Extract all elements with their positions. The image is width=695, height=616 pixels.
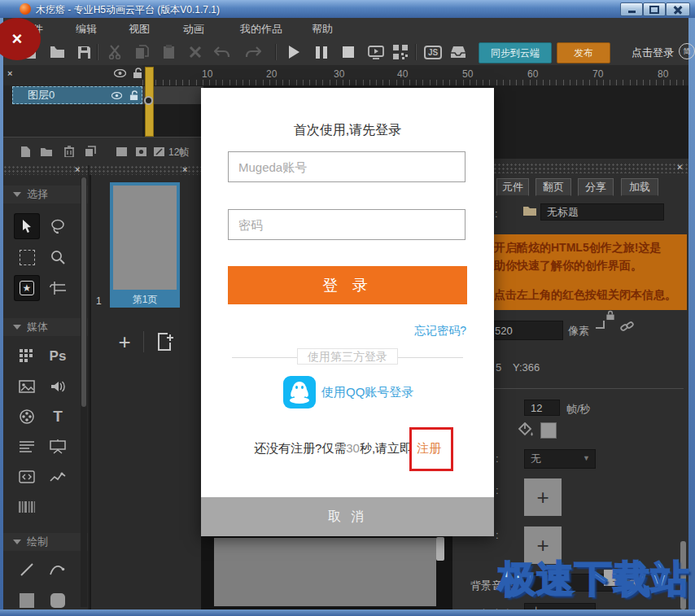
link-dimensions-icon[interactable] [620, 320, 634, 334]
section-media[interactable]: 媒体 [3, 318, 88, 336]
canvas-page[interactable] [214, 538, 436, 606]
section-select[interactable]: 选择 [3, 186, 88, 203]
clear-keyframe-icon[interactable] [151, 144, 166, 159]
tool-zoom[interactable] [46, 245, 70, 269]
canvas-scrollbar-thumb[interactable] [436, 537, 444, 561]
tab-page-flip[interactable]: 翻页 [535, 178, 571, 196]
tool-text[interactable]: T [46, 404, 70, 429]
menu-view[interactable]: 视图 [129, 22, 150, 37]
tool-curve[interactable] [46, 557, 70, 582]
preview-icon[interactable] [368, 44, 384, 60]
timeline-close-icon[interactable]: × [7, 68, 12, 78]
coord-x-fragment: 5 [496, 361, 501, 374]
toolbar-login-link[interactable]: 点击登录 [632, 46, 674, 60]
tab-share[interactable]: 分享 [578, 178, 614, 196]
tool-audio[interactable] [46, 374, 70, 399]
minimize-button[interactable] [620, 2, 643, 16]
tool-paragraph[interactable] [15, 435, 39, 459]
aspect-lock-icon[interactable] [605, 310, 615, 321]
tool-image[interactable] [15, 374, 39, 399]
delete-layer-icon[interactable] [62, 144, 76, 159]
paste-icon[interactable] [160, 44, 177, 60]
tool-rectangle[interactable] [15, 588, 39, 613]
import-page-button[interactable] [151, 328, 179, 356]
page-thumbnail[interactable]: 第1页 [110, 182, 180, 308]
timeline-ruler[interactable]: 10 20 30 40 50 60 70 80 [142, 65, 688, 86]
tool-rounded-rectangle[interactable] [46, 588, 70, 613]
tool-cursor[interactable] [15, 214, 39, 238]
tool-symbol[interactable]: ★ [15, 276, 39, 300]
visibility-all-icon[interactable] [114, 69, 126, 77]
layer-folder-icon[interactable] [39, 144, 54, 159]
tool-chart[interactable] [46, 465, 70, 489]
insert-keyframe-icon[interactable] [133, 144, 148, 159]
add-cover-button[interactable]: + [524, 478, 562, 516]
properties-panel-close-icon[interactable]: × [677, 162, 682, 172]
tab-components[interactable]: 元件 [496, 178, 529, 196]
tool-line[interactable] [15, 557, 39, 582]
icon-size-label: 图标大小: [470, 607, 516, 609]
undo-icon[interactable] [214, 44, 230, 60]
open-folder-icon[interactable] [49, 44, 65, 60]
layer-row[interactable]: 图层0 [12, 86, 142, 104]
language-toggle-icon[interactable]: 简 [679, 43, 695, 59]
tools-scrollbar[interactable] [81, 177, 87, 607]
stop-icon[interactable] [340, 44, 356, 60]
forgot-password-link[interactable]: 忘记密码? [414, 324, 466, 339]
qq-icon[interactable] [283, 376, 316, 408]
fill-bucket-icon[interactable] [518, 422, 534, 438]
pages-panel-close-icon[interactable]: × [182, 164, 187, 174]
sync-cloud-button[interactable]: 同步到云端 [479, 42, 552, 63]
menu-help[interactable]: 帮助 [312, 22, 333, 37]
save-icon[interactable] [76, 44, 92, 60]
tools-panel-close-icon[interactable]: × [75, 164, 80, 174]
layer-lock-icon[interactable] [129, 90, 138, 101]
maximize-button[interactable] [643, 2, 666, 16]
tool-presentation[interactable] [46, 435, 70, 459]
stage-width-input[interactable]: 520 [488, 321, 563, 340]
work-title-input[interactable]: 无标题 [540, 203, 664, 221]
play-icon[interactable] [286, 44, 302, 60]
tool-guides[interactable] [46, 276, 70, 300]
js-code-icon[interactable]: JS [422, 44, 444, 60]
menu-animation[interactable]: 动画 [183, 22, 204, 37]
tab-loading[interactable]: 加载 [621, 178, 658, 196]
tool-code[interactable] [15, 465, 39, 489]
lock-all-icon[interactable] [133, 68, 142, 79]
canvas-area[interactable] [201, 536, 452, 609]
publish-button[interactable]: 发布 [557, 42, 610, 63]
tool-lasso[interactable] [46, 214, 70, 238]
pause-icon[interactable] [313, 44, 330, 60]
tool-video[interactable] [15, 404, 39, 429]
add-page-button[interactable]: + [111, 328, 138, 356]
password-input[interactable] [228, 209, 466, 240]
menu-edit[interactable]: 编辑 [76, 22, 97, 37]
effect-dropdown[interactable]: 无 ▼ [524, 449, 596, 469]
tool-photoshop[interactable]: Ps [46, 344, 70, 369]
export-inbox-icon[interactable] [450, 44, 466, 60]
fps-input[interactable]: 12 [524, 400, 560, 416]
cancel-button[interactable]: 取 消 [201, 497, 494, 536]
tools-scrollbar-thumb[interactable] [81, 177, 86, 407]
add-layer-icon[interactable] [18, 144, 33, 159]
cut-icon[interactable] [107, 44, 123, 60]
redo-icon[interactable] [245, 44, 261, 60]
login-button[interactable]: 登 录 [228, 266, 467, 304]
tool-barcode[interactable] [15, 495, 39, 519]
close-button[interactable] [666, 2, 690, 16]
pixel-unit-label: 像素 [568, 324, 589, 339]
delete-icon[interactable] [187, 44, 203, 60]
qrcode-icon[interactable] [392, 44, 409, 60]
copy-icon[interactable] [133, 44, 150, 60]
tool-transform[interactable] [15, 245, 39, 269]
insert-frame-icon[interactable] [114, 144, 129, 159]
account-input[interactable] [228, 151, 466, 182]
stage-color-swatch[interactable] [540, 422, 557, 439]
tool-library-grid-icon[interactable] [15, 344, 39, 369]
duplicate-layer-icon[interactable] [83, 144, 98, 159]
qq-login-link[interactable]: 使用QQ账号登录 [321, 385, 413, 400]
layer-visibility-icon[interactable] [111, 92, 122, 99]
section-draw[interactable]: 绘制 [3, 533, 88, 551]
menu-my-works[interactable]: 我的作品 [240, 22, 282, 37]
keyframe-dot[interactable] [144, 96, 153, 105]
